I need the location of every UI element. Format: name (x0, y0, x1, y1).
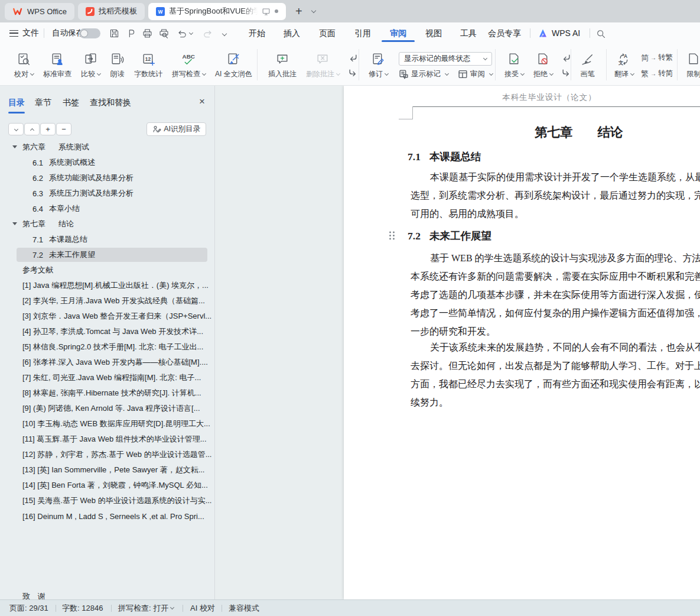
spell-check-button[interactable]: ABC 拼写检查 (167, 47, 210, 84)
tab-wps-home[interactable]: WPS Office (5, 3, 74, 20)
wps-ai-button[interactable]: WPS AI (538, 22, 580, 44)
menu-tools[interactable]: 工具 (451, 22, 486, 44)
chevron-down-icon (97, 72, 101, 76)
review-pane-button[interactable]: 审阅 (458, 69, 493, 79)
more-commands-chevron[interactable] (217, 27, 231, 40)
collapse-all-button[interactable] (24, 123, 40, 135)
toc-ref-12[interactable]: [12] 苏静，刘宇君，苏杰.基于 Web 的毕业设计选题管... (0, 447, 215, 462)
toc-item-references[interactable]: 参考文献 (0, 262, 215, 278)
traditional-to-simplified-button[interactable]: 繁→ 转简 (641, 69, 673, 79)
ai-polish-button[interactable]: AI 全文润色 (210, 47, 257, 84)
toc-item-6-1[interactable]: 6.1系统测试概述 (0, 155, 215, 170)
file-menu[interactable]: 文件 (9, 22, 39, 44)
translate-button[interactable]: A文 翻译 (610, 47, 639, 84)
read-aloud-button[interactable]: 朗读 (105, 47, 129, 84)
ai-recognize-toc-button[interactable]: AI识别目录 (146, 122, 206, 136)
insert-comment-button[interactable]: 插入批注 (263, 47, 301, 84)
simplified-to-traditional-button[interactable]: 简→ 转繁 (641, 53, 673, 63)
toc-ref-9[interactable]: [9] (美) 阿诺德, Ken Arnold 等. Java 程序设计语言[.… (0, 401, 215, 416)
menu-review-active[interactable]: 审阅 (381, 22, 415, 44)
export-pdf-button[interactable] (124, 27, 138, 40)
toc-item-7-2-selected[interactable]: 7.2未来工作展望 (0, 247, 215, 262)
delete-comment-button[interactable]: 删除批注 (301, 47, 344, 84)
toc-ref-14[interactable]: [14] [英] Ben Forta 著，刘晓霞，钟鸣泽.MySQL 必知... (0, 478, 215, 493)
accept-change-button[interactable]: 接受 (500, 47, 529, 84)
previous-comment-icon[interactable] (348, 53, 358, 63)
search-button[interactable] (594, 27, 607, 40)
autosave-toggle[interactable] (79, 28, 100, 38)
toc-ref-1[interactable]: [1] Java 编程思想[M].机械工业出版社．(美) 埃克尔，... (0, 278, 215, 293)
toc-ref-16[interactable]: [16] Deinum M , Ladd S , Serneels K ,et … (0, 508, 215, 524)
toc-ref-6[interactable]: [6] 张孝祥.深入 Java Web 开发内幕——核心基础[M].... (0, 355, 215, 370)
toc-item-6-3[interactable]: 6.3系统压力测试及结果分析 (0, 186, 215, 201)
word-count-button[interactable]: 12 字数统计 (129, 47, 167, 84)
sidebar-close-button[interactable]: × (199, 96, 205, 106)
document-page[interactable]: 本科生毕业设计（论文） 第七章结论 7.1本课题总结 本课题基于实际的使用需求设… (344, 86, 700, 599)
expand-arrow-icon[interactable] (12, 145, 17, 148)
menu-start[interactable]: 开始 (240, 22, 274, 44)
save-button[interactable] (108, 27, 121, 40)
next-change-icon[interactable] (561, 68, 571, 78)
sidebar-tab-contents[interactable]: 目录 (8, 98, 25, 108)
drag-handle-icon[interactable] (388, 231, 396, 241)
toc-item-6-4[interactable]: 6.4本章小结 (0, 201, 215, 216)
restrict-editing-button[interactable]: 限制 (682, 47, 700, 84)
menu-insert[interactable]: 插入 (275, 22, 309, 44)
sidebar-tab-find-replace[interactable]: 查找和替换 (90, 98, 131, 108)
accept-icon (507, 52, 522, 67)
toc-ref-8[interactable]: [8] 林寒超, 张南平.Hibernate 技术的研究[J]. 计算机... (0, 385, 215, 401)
compatibility-mode-badge[interactable]: 兼容模式 (229, 600, 259, 616)
markup-state-select[interactable]: 显示标记的最终状态 (399, 52, 492, 66)
toc-ref-3[interactable]: [3] 刘京华．Java Web 整合开发王者归来（JSP+Servl... (0, 309, 215, 324)
toc-ref-2[interactable]: [2] 李兴华, 王月清.Java Web 开发实战经典（基础篇... (0, 293, 215, 309)
redo-button[interactable] (201, 27, 214, 40)
track-changes-button[interactable]: 修订 (364, 47, 393, 84)
expand-arrow-icon[interactable] (12, 222, 17, 225)
ai-proofread-status[interactable]: AI 校对 (190, 600, 215, 616)
toc-ref-10[interactable]: [10] 李玉梅.动态 WEB 数据库应用研究[D].昆明理工大... (0, 416, 215, 432)
tab-list-chevron-icon[interactable] (311, 8, 315, 13)
toc-ref-15[interactable]: [15] 吴海燕.基于 Web 的毕业设计选题系统的设计与实... (0, 493, 215, 508)
reject-change-button[interactable]: 拒绝 (529, 47, 558, 84)
toc-chapter-6[interactable]: 第六章系统测试 (0, 140, 215, 155)
menu-member[interactable]: 会员专享 (483, 22, 526, 44)
previous-change-icon[interactable] (561, 53, 571, 63)
toc-ref-13[interactable]: [13] [英] Ian Sommerville，Pete Sawyer 著，赵… (0, 462, 215, 478)
toc-item-6-2[interactable]: 6.2系统功能测试及结果分析 (0, 170, 215, 186)
menu-reference[interactable]: 引用 (346, 22, 380, 44)
sidebar-tab-bookmarks[interactable]: 书签 (63, 98, 79, 108)
unsaved-dot-indicator (275, 9, 278, 13)
print-button[interactable] (141, 27, 154, 40)
menu-page[interactable]: 页面 (310, 22, 344, 44)
show-markup-button[interactable]: 显示标记 (399, 69, 448, 79)
proofread-button[interactable]: 校对 (9, 47, 38, 84)
ink-brush-button[interactable]: 画笔 (575, 47, 600, 84)
word-count-indicator[interactable]: 字数: 12846 (62, 600, 103, 616)
toc-ref-11[interactable]: [11] 葛玉辉.基于 Java Web 组件技术的毕业设计管理... (0, 432, 215, 447)
zoom-out-outline-button[interactable]: − (56, 123, 71, 135)
new-tab-button[interactable]: + (295, 5, 302, 17)
sidebar-tab-chapters[interactable]: 章节 (35, 98, 51, 108)
compare-icon (83, 52, 98, 67)
toc-ref-5[interactable]: [5] 林信良.Spring2.0 技术手册[M]. 北京: 电子工业出... (0, 339, 215, 355)
tab-docer-templates[interactable]: 找稻壳模板 (78, 3, 145, 20)
expand-all-button[interactable] (8, 123, 24, 135)
document-canvas[interactable]: 本科生毕业设计（论文） 第七章结论 7.1本课题总结 本课题基于实际的使用需求设… (216, 86, 700, 599)
toc-ref-4[interactable]: [4] 孙卫琴, 李洪成.Tomcat 与 Java Web 开发技术详... (0, 324, 215, 339)
chevron-down-icon (489, 72, 493, 76)
standard-review-button[interactable]: 标准审查 (38, 47, 76, 84)
tracking-group: 修订 显示标记的最终状态 显示标记 审阅 (364, 47, 493, 84)
toc-chapter-7[interactable]: 第七章结论 (0, 216, 215, 232)
zoom-in-outline-button[interactable]: + (40, 123, 56, 135)
compare-button[interactable]: 比较 (76, 47, 105, 84)
undo-button[interactable] (175, 27, 194, 40)
tab-document-active[interactable]: W 基于SpringBoot和VUE的学生 (148, 3, 286, 20)
toc-ref-7[interactable]: [7] 朱红, 司光亚.Java Web 编程指南[M]. 北京: 电子... (0, 370, 215, 385)
chevron-down-icon (170, 605, 174, 609)
wps-logo-icon (12, 8, 23, 15)
print-preview-button[interactable] (157, 27, 171, 40)
menu-view[interactable]: 视图 (416, 22, 451, 44)
spellcheck-status[interactable]: 拼写检查: 打开 (118, 600, 174, 616)
toc-item-7-1[interactable]: 7.1本课题总结 (0, 232, 215, 247)
next-comment-icon[interactable] (348, 68, 358, 78)
